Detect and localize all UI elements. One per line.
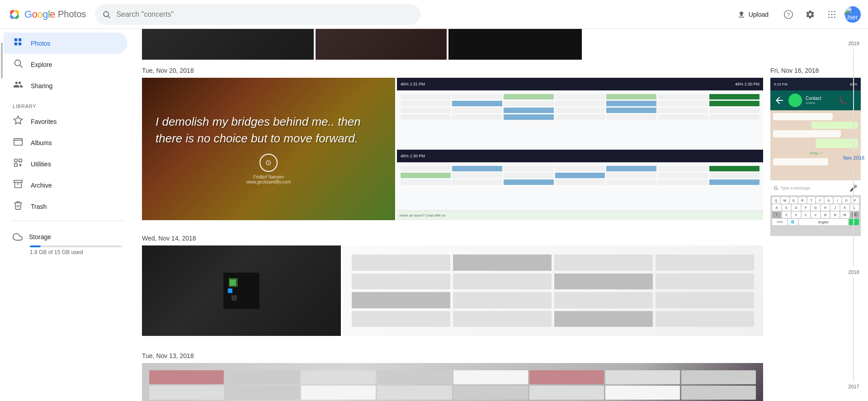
svg-rect-22 [19, 42, 21, 45]
cloud-icon [13, 232, 23, 242]
apps-button[interactable] [823, 5, 841, 24]
search-icon [102, 10, 111, 19]
svg-rect-20 [19, 38, 21, 41]
sidebar-item-albums[interactable]: Albums [4, 132, 127, 153]
library-section-label: LIBRARY [4, 96, 131, 111]
sidebar-divider [11, 221, 124, 221]
sidebar-trash-label: Trash [31, 203, 47, 210]
storage-bar-track [30, 245, 122, 247]
google-photos-logo[interactable]: Google Photos [7, 7, 86, 22]
sharing-icon [13, 80, 24, 92]
sidebar-item-photos[interactable]: Photos [4, 33, 127, 54]
section-nov20: Tue, Nov 20, 2018 I demolish my bridges … [142, 60, 763, 220]
gear-icon [805, 9, 815, 19]
utilities-icon [13, 158, 24, 170]
partial-photo-2[interactable] [316, 29, 447, 60]
header-actions: Upload ? [730, 5, 861, 24]
section-nov13-row: Tue, Nov 13, 2018 [142, 345, 861, 401]
storage-used-text: 1.8 GB of 15 GB used [30, 249, 122, 255]
sidebar-item-sharing[interactable]: Sharing [4, 75, 127, 96]
star-icon [13, 115, 24, 127]
sidebar-favorites-label: Favorites [31, 118, 57, 125]
section-nov14: Wed, Nov 14, 2018 [142, 227, 763, 336]
screenshots-col: 46% 1:31 PM 46% 1:30 PM [397, 78, 763, 220]
quote-author: Fridtjof Nansenwww.geckoandfly.com [246, 175, 291, 184]
storage-section: Storage 1.8 GB of 15 GB used [4, 225, 131, 263]
svg-rect-30 [14, 164, 17, 166]
photos-wordmark: Photos [58, 9, 86, 19]
search-bar[interactable] [95, 4, 420, 25]
svg-marker-25 [14, 116, 22, 124]
svg-point-16 [828, 17, 830, 18]
partial-photo-3[interactable] [448, 29, 582, 60]
date-nov16: Fri, Nov 16, 2018 [770, 60, 861, 78]
main-layout: Photos Explore Sharing [0, 29, 868, 401]
partial-row-top [142, 29, 861, 60]
whatsapp-keyboard: QWE RTY UIO P ASD FGH JKL ⇧ ZXC [770, 195, 861, 236]
sidebar-item-trash[interactable]: Trash [4, 196, 127, 217]
section-nov13-right-spacer [770, 345, 861, 401]
help-button[interactable]: ? [779, 5, 797, 24]
sidebar-photos-label: Photos [31, 40, 51, 47]
section-nov13-left: Tue, Nov 13, 2018 [142, 345, 763, 401]
storage-label-row: Storage [13, 232, 122, 242]
sidebar-archive-label: Archive [31, 182, 52, 189]
svg-rect-21 [14, 42, 17, 45]
svg-rect-29 [19, 159, 22, 162]
sidebar-utilities-label: Utilities [31, 160, 51, 168]
light-photo-nov14[interactable] [343, 245, 763, 336]
svg-point-18 [834, 17, 835, 18]
sidebar-sharing-label: Sharing [31, 82, 52, 90]
svg-point-14 [831, 14, 833, 15]
nov14-photo-row [142, 245, 763, 336]
quote-text: I demolish my bridges behind me.. then t… [156, 113, 382, 146]
sidebar-item-favorites[interactable]: Favorites [4, 111, 127, 132]
svg-rect-19 [14, 38, 17, 41]
whatsapp-photo-nov16[interactable]: 5:15 PM 82% Contact online 📞 ⋮ [770, 78, 861, 236]
whatsapp-chat-area: Okay...! [770, 110, 861, 180]
help-icon: ? [783, 9, 793, 19]
svg-point-15 [834, 14, 835, 15]
dark-photo-nov14[interactable] [142, 245, 341, 336]
content-area: Tue, Nov 20, 2018 I demolish my bridges … [135, 29, 868, 401]
sidebar-item-explore[interactable]: Explore [4, 54, 127, 75]
svg-point-11 [831, 11, 833, 12]
app-header: Google Photos Upload ? [0, 0, 868, 29]
calendar-screenshot-1[interactable]: 46% 1:31 PM 46% 1:30 PM [397, 78, 763, 148]
left-content: Tue, Nov 20, 2018 I demolish my bridges … [142, 60, 763, 338]
album-icon [13, 137, 24, 149]
svg-rect-28 [14, 159, 17, 162]
nov13-photo[interactable] [142, 363, 763, 401]
quote-icon: ⊙ [259, 154, 278, 172]
storage-bar-fill [30, 245, 41, 247]
photos-icon [13, 37, 24, 49]
grid-icon [827, 9, 837, 19]
svg-line-24 [20, 65, 22, 67]
svg-point-13 [828, 14, 830, 15]
svg-point-17 [831, 17, 833, 18]
sidebar-albums-label: Albums [31, 139, 52, 146]
sidebar-item-archive[interactable]: Archive [4, 175, 127, 196]
svg-point-10 [828, 11, 830, 12]
photos-pinwheel-icon [7, 7, 22, 22]
sidebar-item-utilities[interactable]: Utilities [4, 153, 127, 175]
sidebar: Photos Explore Sharing [0, 29, 131, 266]
svg-text:?: ? [787, 11, 790, 18]
svg-rect-33 [14, 180, 22, 183]
date-nov20: Tue, Nov 20, 2018 [142, 60, 763, 78]
partial-photo-1[interactable] [142, 29, 314, 60]
google-wordmark: Google [24, 9, 55, 20]
svg-rect-5 [12, 13, 17, 16]
search-input[interactable] [116, 10, 413, 19]
quote-photo[interactable]: I demolish my bridges behind me.. then t… [142, 78, 395, 220]
upload-label: Upload [749, 11, 769, 18]
avatar[interactable] [844, 6, 861, 23]
storage-title: Storage [29, 233, 51, 241]
upload-button[interactable]: Upload [730, 6, 776, 23]
svg-rect-26 [14, 139, 22, 146]
settings-button[interactable] [801, 5, 819, 24]
upload-icon [737, 10, 746, 19]
sidebar-explore-label: Explore [31, 61, 52, 68]
calendar-screenshot-2[interactable]: 46% 1:30 PM [397, 150, 763, 220]
svg-point-12 [834, 11, 835, 12]
